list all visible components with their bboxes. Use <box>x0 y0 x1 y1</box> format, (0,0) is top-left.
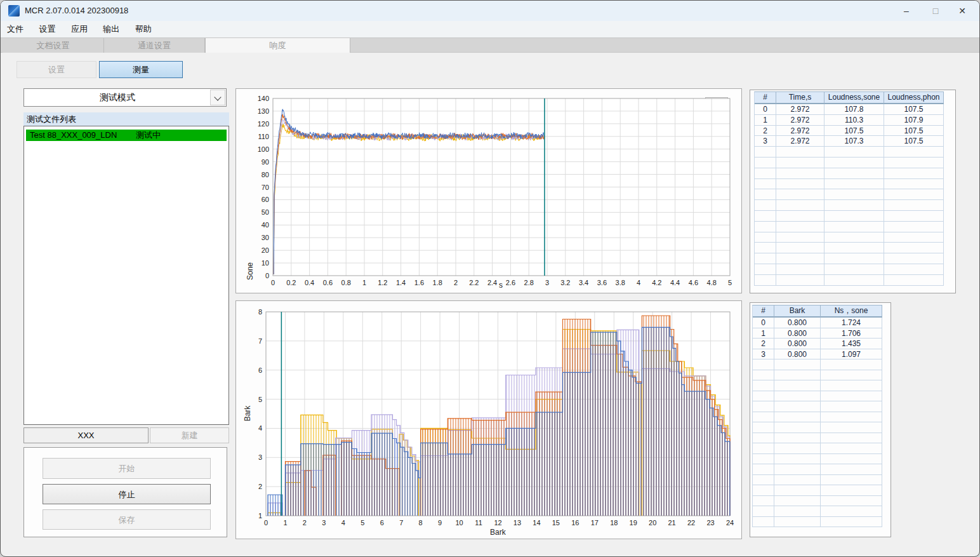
table-row[interactable]: 00.8001.724 <box>753 318 882 328</box>
xxx-button[interactable]: XXX <box>23 427 149 443</box>
table-cell: 3 <box>755 136 776 147</box>
table-row[interactable]: 22.972107.5107.5 <box>755 126 944 137</box>
svg-text:12: 12 <box>494 519 501 527</box>
tab-loudness[interactable]: 响度 <box>205 38 350 53</box>
tab-document-settings[interactable]: 文档设置 <box>3 38 104 53</box>
table-row-empty <box>753 464 882 475</box>
combo-dropdown-button[interactable] <box>210 90 225 105</box>
table-cell <box>824 264 884 275</box>
svg-text:21: 21 <box>668 519 676 527</box>
close-button[interactable]: ✕ <box>948 1 977 21</box>
table-row-empty <box>755 179 944 190</box>
svg-text:6: 6 <box>258 366 262 374</box>
table-cell <box>821 454 882 465</box>
table-cell <box>824 189 884 200</box>
svg-text:4.2: 4.2 <box>652 279 661 286</box>
table-cell <box>884 211 944 222</box>
table-cell <box>884 189 944 200</box>
test-mode-select[interactable]: 测试模式 <box>23 88 227 107</box>
app-logo-icon <box>8 5 20 17</box>
save-button[interactable]: 保存 <box>43 509 211 530</box>
table-cell <box>884 275 944 286</box>
svg-text:15: 15 <box>552 519 560 527</box>
table-cell: 3 <box>753 349 774 360</box>
table-cell <box>753 412 774 423</box>
table-cell <box>755 158 776 168</box>
table-cell: 0.800 <box>774 349 821 360</box>
table-row[interactable]: 02.972107.8107.5 <box>755 104 944 115</box>
menu-file[interactable]: 文件 <box>1 21 30 37</box>
table-row-empty <box>753 454 882 465</box>
table-cell: 107.9 <box>884 115 944 126</box>
svg-text:2.2: 2.2 <box>469 279 479 286</box>
subtab-settings[interactable]: 设置 <box>17 61 96 78</box>
table-cell <box>774 464 821 475</box>
table-cell <box>821 475 882 486</box>
table-cell <box>774 433 821 444</box>
table-header-row: #BarkNs，sone <box>753 305 882 318</box>
menu-settings[interactable]: 设置 <box>32 21 62 37</box>
table-cell <box>776 168 824 179</box>
svg-text:50: 50 <box>262 208 269 216</box>
table-header-row: #Time,sLoudness,soneLoudness,phon <box>755 92 944 104</box>
svg-text:2.4: 2.4 <box>487 279 497 286</box>
table-cell <box>753 391 774 402</box>
test-file-list[interactable]: Test 88_XXX_009_LDN 测试中 <box>23 126 229 425</box>
maximize-button[interactable]: □ <box>921 1 950 21</box>
table-cell: 107.8 <box>824 104 884 115</box>
table-row-empty <box>755 189 944 200</box>
start-button[interactable]: 开始 <box>43 458 211 479</box>
file-list-header: 测试文件列表 <box>23 112 229 126</box>
subtab-measure[interactable]: 测量 <box>99 61 183 78</box>
table-cell <box>753 506 774 517</box>
table-cell <box>821 496 882 507</box>
table-row[interactable]: 32.972107.3107.5 <box>755 136 944 147</box>
tab-channel-settings[interactable]: 通道设置 <box>104 38 205 53</box>
table-cell <box>753 359 774 370</box>
test-mode-value: 测试模式 <box>24 89 211 106</box>
svg-text:2: 2 <box>258 483 262 490</box>
table-row-empty <box>753 370 882 381</box>
menu-output[interactable]: 输出 <box>96 21 126 37</box>
svg-text:8: 8 <box>258 308 262 316</box>
table-row-empty <box>753 380 882 391</box>
table-row-empty <box>753 506 882 517</box>
table-cell <box>755 147 776 158</box>
svg-text:2.8: 2.8 <box>524 279 534 286</box>
svg-text:3: 3 <box>322 519 326 527</box>
svg-text:10: 10 <box>455 519 463 527</box>
svg-text:120: 120 <box>258 120 269 128</box>
table-cell <box>821 443 882 454</box>
menu-help[interactable]: 帮助 <box>129 21 158 37</box>
table-row[interactable]: 10.8001.706 <box>753 328 882 339</box>
table-cell <box>753 464 774 475</box>
new-button[interactable]: 新建 <box>150 427 229 443</box>
svg-text:18: 18 <box>610 519 618 527</box>
table-row-empty <box>755 232 944 243</box>
table-cell <box>824 243 884 253</box>
svg-text:2: 2 <box>454 279 458 286</box>
svg-text:100: 100 <box>258 145 269 153</box>
table-row[interactable]: 30.8001.097 <box>753 349 882 360</box>
table-cell <box>753 517 774 528</box>
table-row[interactable]: 20.8001.435 <box>753 339 882 349</box>
table-row[interactable]: 12.972110.3107.9 <box>755 115 944 126</box>
bark-chart[interactable]: 0123456789101112131415161718192021222324… <box>236 301 743 540</box>
table-row-empty <box>755 168 944 179</box>
table-cell <box>774 380 821 391</box>
svg-text:90: 90 <box>262 158 269 166</box>
svg-text:16: 16 <box>571 519 579 527</box>
loudness-time-chart[interactable]: 00.20.40.60.811.21.41.61.822.22.42.62.83… <box>236 89 743 294</box>
table-cell <box>776 243 824 253</box>
table-cell <box>774 412 821 423</box>
minimize-button[interactable]: – <box>892 1 921 21</box>
table-cell <box>755 232 776 243</box>
list-item-test-file[interactable]: Test 88_XXX_009_LDN 测试中 <box>26 130 227 141</box>
table-cell <box>821 370 882 381</box>
table-cell <box>776 147 824 158</box>
table-row-empty <box>753 401 882 412</box>
table-row-empty <box>753 475 882 486</box>
stop-button[interactable]: 停止 <box>43 484 211 504</box>
table-cell <box>884 232 944 243</box>
menu-apply[interactable]: 应用 <box>65 21 94 37</box>
